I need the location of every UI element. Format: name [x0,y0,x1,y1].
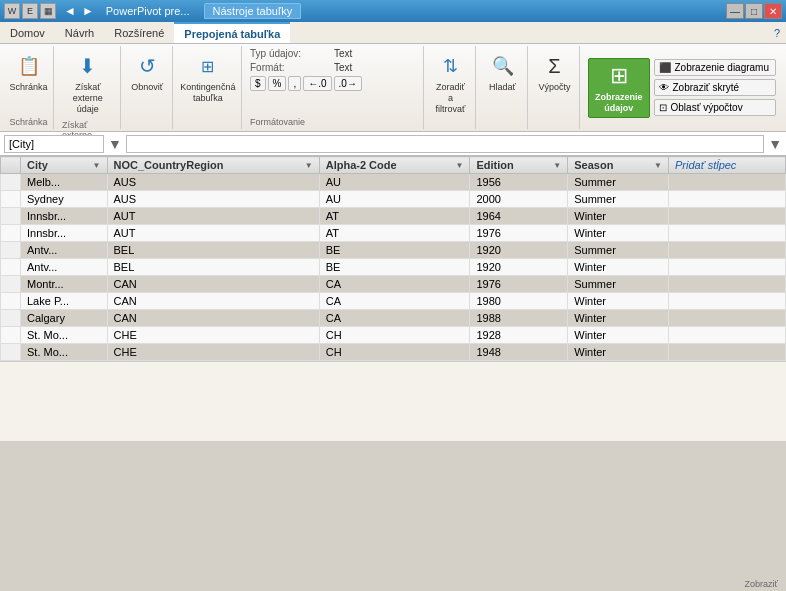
cell-alpha2: CH [319,327,470,344]
cell-edition: 1976 [470,276,568,293]
menu-navrh[interactable]: Návrh [55,22,104,43]
format-label: Formát: [250,62,330,73]
table-row[interactable]: SydneyAUSAU2000Summer [1,191,786,208]
col-header-season[interactable]: Season ▼ [568,157,669,174]
group-label-schranka: Schránka [9,115,47,127]
format-row: Formát: Text [250,62,417,73]
active-tab-title: Nástroje tabuľky [204,3,302,19]
table-row[interactable]: St. Mo...CHECH1928Winter [1,327,786,344]
cell-noc: CAN [107,293,319,310]
close-button[interactable]: ✕ [764,3,782,19]
typ-udajov-row: Typ údajov: Text [250,48,417,59]
typ-value: Text [334,48,352,59]
table-scroll-area[interactable]: City ▼ NOC_CountryRegion ▼ Alpha-2 Code [0,156,786,496]
col-header-city[interactable]: City ▼ [21,157,108,174]
zobrazit-skryte-button[interactable]: 👁 Zobraziť skryté [654,79,776,96]
obnov-icon: ↺ [133,52,161,80]
hladat-button[interactable]: 🔍 Hladať [482,48,524,96]
cell-alpha2: AT [319,208,470,225]
table-row[interactable]: Innsbr...AUTAT1964Winter [1,208,786,225]
cell-city: Montr... [21,276,108,293]
row-number [1,310,21,327]
table-row[interactable]: Lake P...CANCA1980Winter [1,293,786,310]
expand-icon[interactable]: ▼ [768,136,782,152]
table-row[interactable]: Antv...BELBE1920Summer [1,242,786,259]
cell-alpha2: AU [319,174,470,191]
table-row[interactable]: Melb...AUSAU1956Summer [1,174,786,191]
season-filter-icon[interactable]: ▼ [654,161,662,170]
cell-noc: CHE [107,344,319,361]
group-label-formatovanie: Formátovanie [250,115,305,127]
row-number [1,225,21,242]
row-number [1,191,21,208]
obnov-button[interactable]: ↺ Obnoviť [124,48,170,96]
menu-domov[interactable]: Domov [0,22,55,43]
col-header-alpha2[interactable]: Alpha-2 Code ▼ [319,157,470,174]
zobrazenie-diagramu-button[interactable]: ⬛ Zobrazenie diagramu [654,59,776,76]
cell-season: Summer [568,174,669,191]
kontingencna-button[interactable]: ⊞ Kontingenčná tabuľka [173,48,242,108]
table-row[interactable]: St. Mo...CHECH1948Winter [1,344,786,361]
cell-city: St. Mo... [21,327,108,344]
cell-season: Winter [568,344,669,361]
zobrazenie-icon: ⊞ [605,62,633,90]
alpha2-filter-icon[interactable]: ▼ [456,161,464,170]
fmt-dec-more[interactable]: .0→ [334,76,362,91]
cell-city: Lake P... [21,293,108,310]
table-row[interactable]: Innsbr...AUTAT1976Winter [1,225,786,242]
cell-season: Winter [568,259,669,276]
formula-input[interactable] [126,135,764,153]
format-value: Text [334,62,352,73]
col-header-noc[interactable]: NOC_CountryRegion ▼ [107,157,319,174]
fmt-dec-less[interactable]: ←.0 [303,76,331,91]
undo-btn[interactable]: ◄ [64,4,76,18]
ribbon-group-zoradt: ⇅ Zoradiť afiltrovať [426,46,476,129]
row-number [1,327,21,344]
name-box[interactable]: [City] [4,135,104,153]
cell-edition: 1928 [470,327,568,344]
cell-addcol [669,259,786,276]
fmt-percent[interactable]: % [268,76,287,91]
oblast-vypoctov-button[interactable]: ⊡ Oblasť výpočtov [654,99,776,116]
zobrazenie-udajov-button[interactable]: ⊞ Zobrazenieúdajov [588,58,650,118]
fmt-comma[interactable]: , [288,76,301,91]
col-header-edition[interactable]: Edition ▼ [470,157,568,174]
ribbon-group-schranka: 📋 Schránka Schránka [4,46,54,129]
maximize-button[interactable]: □ [745,3,763,19]
fmt-dollar[interactable]: $ [250,76,266,91]
menu-rozsirene[interactable]: Rozšírené [104,22,174,43]
schranka-button[interactable]: 📋 Schránka [2,48,54,96]
typ-label: Typ údajov: [250,48,330,59]
cell-alpha2: BE [319,242,470,259]
cell-addcol [669,208,786,225]
ribbon: 📋 Schránka Schránka ⬇ Získať externe úda… [0,44,786,132]
cell-season: Winter [568,327,669,344]
cell-addcol [669,174,786,191]
help-button[interactable]: ? [768,22,786,43]
menu-prepojená-tabulka[interactable]: Prepojená tabuľka [174,22,290,43]
cell-noc: CHE [107,327,319,344]
cell-edition: 1920 [470,259,568,276]
excel-icon: E [22,3,38,19]
col-header-addcol[interactable]: Pridať stĺpec [669,157,786,174]
cell-noc: BEL [107,259,319,276]
minimize-button[interactable]: — [726,3,744,19]
cell-addcol [669,310,786,327]
zoradt-button[interactable]: ⇅ Zoradiť afiltrovať [429,48,473,118]
cell-city: Innsbr... [21,208,108,225]
word-icon: W [4,3,20,19]
redo-btn[interactable]: ► [82,4,94,18]
city-filter-icon[interactable]: ▼ [93,161,101,170]
externe-button[interactable]: ⬇ Získať externe údaje [62,48,114,118]
externe-icon: ⬇ [74,52,102,80]
edition-filter-icon[interactable]: ▼ [553,161,561,170]
vypocty-button[interactable]: Σ Výpočty [532,48,578,96]
table-row[interactable]: Montr...CANCA1976Summer [1,276,786,293]
ribbon-group-formatovanie: Typ údajov: Text Formát: Text $ % , ←.0 … [244,46,424,129]
table-row[interactable]: Antv...BELBE1920Winter [1,259,786,276]
cell-noc: AUT [107,225,319,242]
cell-edition: 1920 [470,242,568,259]
group-label-zobrazit: Zobraziť [745,577,778,589]
table-row[interactable]: CalgaryCANCA1988Winter [1,310,786,327]
noc-filter-icon[interactable]: ▼ [305,161,313,170]
